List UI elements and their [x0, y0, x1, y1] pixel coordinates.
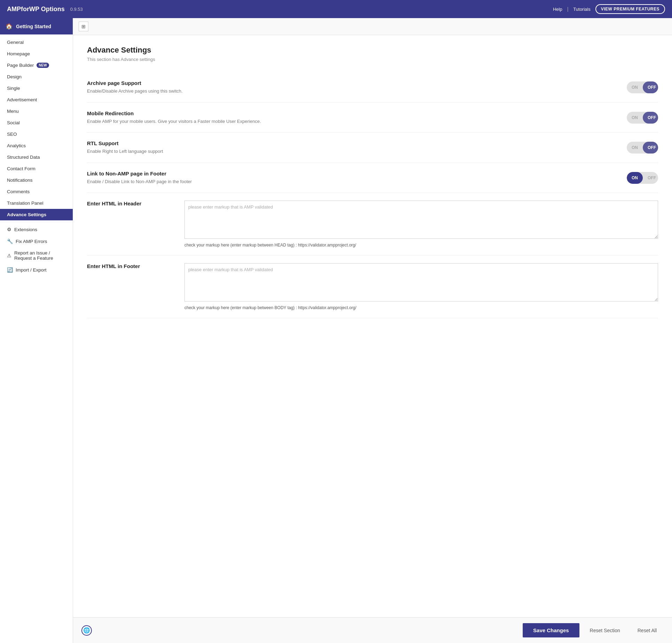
sidebar-item-getting-started[interactable]: 🏠 Getting Started — [0, 18, 73, 34]
notifications-label: Notifications — [7, 178, 33, 183]
toggle-on-label: ON — [627, 112, 643, 124]
import-export-label: Import / Export — [16, 267, 47, 273]
bottom-bar-left: 🌐 — [81, 625, 92, 636]
sidebar-item-notifications[interactable]: Notifications — [0, 174, 73, 186]
sidebar-item-fix-amp-errors[interactable]: 🔧 Fix AMP Errors — [0, 235, 73, 247]
structured-data-label: Structured Data — [7, 155, 40, 160]
page-builder-label: Page Builder — [7, 63, 34, 68]
sidebar-item-homepage[interactable]: Homepage — [0, 48, 73, 60]
setting-name-mobile: Mobile Redirection — [87, 110, 616, 116]
sidebar-item-structured-data[interactable]: Structured Data — [0, 151, 73, 163]
top-header: AMPforWP Options 0.9.53 Help | Tutorials… — [0, 0, 672, 18]
toggle-off-label: OFF — [643, 142, 658, 154]
html-footer-label-col: Enter HTML in Footer — [87, 263, 177, 310]
toggle-on-label: ON — [627, 81, 643, 93]
html-footer-title: Enter HTML in Footer — [87, 263, 177, 269]
sidebar-item-social[interactable]: Social — [0, 117, 73, 128]
toggle-mobile[interactable]: ON OFF — [627, 112, 658, 124]
report-icon: ⚠ — [7, 253, 11, 258]
tutorials-link[interactable]: Tutorials — [573, 7, 590, 12]
toggle-rtl[interactable]: ON OFF — [627, 142, 658, 154]
home-icon: 🏠 — [6, 23, 13, 30]
sidebar-item-import-export[interactable]: 🔄 Import / Export — [0, 264, 73, 276]
setting-name-archive: Archive page Support — [87, 80, 616, 86]
html-header-textarea[interactable] — [184, 201, 658, 239]
sidebar-item-advance-settings[interactable]: Advance Settings — [0, 209, 73, 220]
main-layout: 🏠 Getting Started General Homepage Page … — [0, 18, 672, 643]
reset-all-button[interactable]: Reset All — [631, 624, 664, 637]
html-footer-textarea[interactable] — [184, 263, 658, 301]
sidebar-item-menu[interactable]: Menu — [0, 105, 73, 117]
bottom-bar-right: Save Changes Reset Section Reset All — [523, 623, 664, 637]
save-button[interactable]: Save Changes — [523, 623, 579, 637]
fix-amp-label: Fix AMP Errors — [16, 239, 47, 244]
main-content: ⊞ Advance Settings This section has Adva… — [73, 18, 672, 643]
setting-control-mobile: ON OFF — [627, 112, 658, 124]
homepage-label: Homepage — [7, 51, 30, 56]
sidebar-item-report-issue[interactable]: ⚠ Report an Issue / Request a Feature — [0, 247, 73, 264]
header-right: Help | Tutorials VIEW PREMIUM FEATURES — [553, 4, 665, 14]
sidebar: 🏠 Getting Started General Homepage Page … — [0, 18, 73, 643]
setting-row-archive: Archive page Support Enable/Disable Arch… — [87, 72, 658, 103]
general-label: General — [7, 40, 24, 45]
sidebar-item-comments[interactable]: Comments — [0, 186, 73, 197]
sidebar-item-single[interactable]: Single — [0, 83, 73, 94]
content-area: Advance Settings This section has Advanc… — [73, 35, 672, 617]
setting-desc-mobile: Enable AMP for your mobile users. Give y… — [87, 118, 616, 125]
social-label: Social — [7, 120, 20, 125]
translation-panel-label: Translation Panel — [7, 201, 44, 206]
contact-form-label: Contact Form — [7, 166, 35, 171]
report-label: Report an Issue / Request a Feature — [14, 250, 53, 261]
premium-button[interactable]: VIEW PREMIUM FEATURES — [595, 4, 665, 14]
help-link[interactable]: Help — [553, 7, 562, 12]
new-badge: NEW — [37, 63, 49, 68]
setting-control-archive: ON OFF — [627, 81, 658, 93]
toggle-off-label: OFF — [643, 81, 658, 93]
sidebar-item-translation-panel[interactable]: Translation Panel — [0, 197, 73, 209]
setting-info-archive: Archive page Support Enable/Disable Arch… — [87, 80, 627, 95]
globe-icon: 🌐 — [81, 625, 92, 636]
sidebar-item-design[interactable]: Design — [0, 71, 73, 83]
toggle-archive[interactable]: ON OFF — [627, 81, 658, 93]
sidebar-item-page-builder[interactable]: Page Builder NEW — [0, 60, 73, 71]
analytics-label: Analytics — [7, 143, 26, 148]
header-left: AMPforWP Options 0.9.53 — [7, 6, 83, 13]
advance-settings-label: Advance Settings — [7, 212, 46, 217]
html-header-hint: check your markup here (enter markup bet… — [184, 243, 658, 248]
setting-info-rtl: RTL Support Enable Right to Left languag… — [87, 140, 627, 155]
html-footer-hint: check your markup here (enter markup bet… — [184, 305, 658, 310]
design-label: Design — [7, 74, 22, 79]
sidebar-item-general[interactable]: General — [0, 37, 73, 48]
page-title: Advance Settings — [87, 46, 658, 55]
html-header-section: Enter HTML in Header check your markup h… — [87, 193, 658, 256]
section-description: This section has Advance settings — [87, 57, 658, 62]
app-title: AMPforWP Options — [7, 6, 65, 13]
sidebar-item-analytics[interactable]: Analytics — [0, 140, 73, 151]
bottom-bar: 🌐 Save Changes Reset Section Reset All — [73, 617, 672, 643]
sidebar-item-seo[interactable]: SEO — [0, 128, 73, 140]
html-footer-section: Enter HTML in Footer check your markup h… — [87, 256, 658, 318]
extensions-label: Extensions — [14, 227, 37, 232]
setting-row-rtl: RTL Support Enable Right to Left languag… — [87, 133, 658, 163]
getting-started-label: Getting Started — [16, 24, 51, 29]
toggle-nonamp[interactable]: ON OFF — [627, 172, 658, 184]
grid-icon[interactable]: ⊞ — [79, 22, 88, 31]
setting-name-nonamp: Link to Non-AMP page in Footer — [87, 171, 616, 177]
reset-section-button[interactable]: Reset Section — [583, 624, 627, 637]
menu-label: Menu — [7, 109, 19, 114]
html-footer-row: Enter HTML in Footer check your markup h… — [87, 263, 658, 310]
toggle-on-label: ON — [627, 142, 643, 154]
toggle-on-label: ON — [627, 172, 643, 184]
app-version: 0.9.53 — [70, 7, 83, 12]
sidebar-item-advertisement[interactable]: Advertisement — [0, 94, 73, 105]
content-toolbar: ⊞ — [73, 18, 672, 35]
setting-desc-archive: Enable/Disable Archive pages using this … — [87, 88, 616, 95]
html-header-title: Enter HTML in Header — [87, 201, 177, 206]
sidebar-item-contact-form[interactable]: Contact Form — [0, 163, 73, 174]
sidebar-item-extensions[interactable]: ⚙ Extensions — [0, 224, 73, 235]
single-label: Single — [7, 86, 20, 91]
toggle-off-label: OFF — [643, 112, 658, 124]
setting-desc-nonamp: Enable / Disable Link to Non-AMP page in… — [87, 178, 616, 185]
setting-info-mobile: Mobile Redirection Enable AMP for your m… — [87, 110, 627, 125]
seo-label: SEO — [7, 132, 17, 137]
